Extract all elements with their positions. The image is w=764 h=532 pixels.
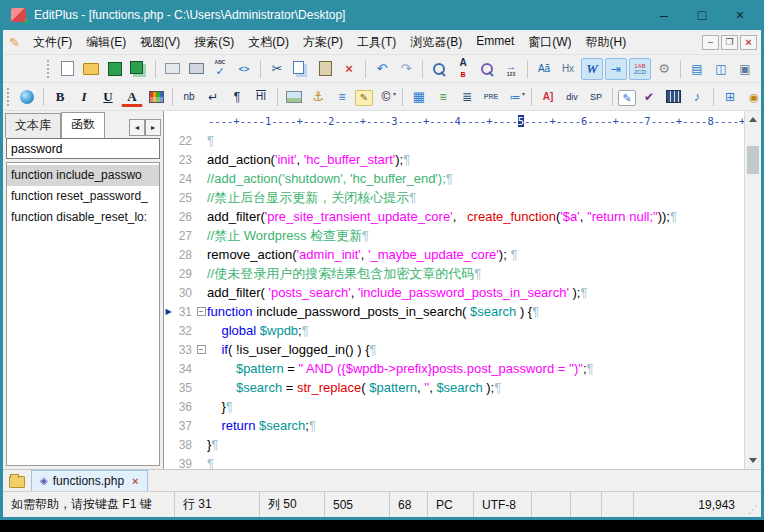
function-search-input[interactable] — [6, 138, 160, 159]
new-file-icon[interactable] — [56, 58, 78, 80]
underline-icon[interactable]: U — [97, 86, 119, 108]
find-in-files-icon[interactable] — [476, 58, 498, 80]
list-tag-icon[interactable]: ≔ — [504, 86, 526, 108]
code-lines[interactable]: 22¶23add_action('init', 'hc_buffer_start… — [164, 131, 744, 469]
mdi-close-button[interactable]: × — [740, 35, 757, 50]
menu-item-4[interactable]: 文档(D) — [241, 31, 296, 54]
pilcrow-mark: ¶ — [580, 285, 587, 300]
redo-icon[interactable]: ↷ — [395, 58, 417, 80]
menu-item-2[interactable]: 视图(V) — [133, 31, 187, 54]
menu-item-8[interactable]: Emmet — [469, 31, 521, 54]
copyright-icon[interactable]: © — [375, 86, 397, 108]
tab-scroll-right-button[interactable]: ▸ — [145, 119, 161, 136]
sidebar-tab-1[interactable]: 函数 — [61, 112, 105, 138]
line-break-icon[interactable]: ↵ — [202, 86, 224, 108]
save-icon[interactable] — [104, 58, 126, 80]
align-paragraph-icon[interactable]: ≡ — [432, 86, 454, 108]
indent-guide-icon[interactable]: ⇥ — [605, 58, 627, 80]
save-all-icon[interactable] — [128, 58, 150, 80]
radio-tag-icon[interactable]: ◉ — [743, 86, 764, 108]
seamless-browser-icon[interactable]: ▣ — [734, 58, 756, 80]
menu-item-7[interactable]: 浏览器(B) — [403, 31, 469, 54]
find-icon[interactable] — [428, 58, 450, 80]
window-maximize-button[interactable]: □ — [683, 2, 721, 28]
video-tag-icon[interactable] — [662, 86, 684, 108]
checkbox-tag-icon[interactable]: ✔ — [638, 86, 660, 108]
horizontal-rule-icon[interactable]: ≡ — [331, 86, 353, 108]
paste-icon[interactable] — [314, 58, 336, 80]
scroll-down-button[interactable] — [745, 452, 761, 469]
paragraph-icon[interactable]: ¶ — [226, 86, 248, 108]
color-palette-icon[interactable] — [145, 86, 167, 108]
replace-icon[interactable]: A — [452, 58, 474, 80]
menu-item-10[interactable]: 帮助(H) — [579, 31, 634, 54]
italic-icon[interactable]: I — [73, 86, 95, 108]
music-tag-icon[interactable]: ♪ — [686, 86, 708, 108]
print-icon[interactable] — [185, 58, 207, 80]
div-tag-icon[interactable]: div — [561, 86, 583, 108]
directory-window-icon[interactable] — [9, 476, 25, 488]
scrollbar-thumb[interactable] — [747, 146, 759, 174]
heading-icon[interactable]: HI — [250, 86, 272, 108]
tab-close-icon[interactable]: × — [129, 475, 138, 487]
font-tag-icon[interactable]: A] — [537, 86, 559, 108]
line-numbers-icon[interactable] — [629, 58, 651, 80]
resize-grip[interactable]: ⋰ — [743, 492, 761, 517]
function-list-item-2[interactable]: function disable_reset_lo: — [7, 207, 159, 228]
menu-item-1[interactable]: 编辑(E) — [79, 31, 133, 54]
table-icon[interactable]: ▦ — [408, 86, 430, 108]
toolbar-grip[interactable] — [47, 60, 51, 78]
delete-icon[interactable]: × — [338, 58, 360, 80]
span-tag-icon[interactable]: SP — [585, 86, 607, 108]
open-file-icon[interactable] — [80, 58, 102, 80]
mdi-restore-button[interactable]: ❐ — [721, 35, 738, 50]
center-text-icon[interactable]: ≣ — [456, 86, 478, 108]
format-source-icon[interactable]: <> — [233, 58, 255, 80]
fold-toggle-icon[interactable]: − — [197, 307, 206, 316]
fieldset-tag-icon[interactable]: ⊞ — [719, 86, 741, 108]
goto-line-icon[interactable]: → — [500, 58, 522, 80]
anchor-icon[interactable]: ⚓ — [307, 86, 329, 108]
view-in-browser-icon[interactable]: ↗ — [758, 58, 764, 80]
menu-item-3[interactable]: 搜索(S) — [187, 31, 241, 54]
window-list-icon[interactable]: ◫ — [710, 58, 732, 80]
toolbar-grip-2[interactable] — [7, 88, 11, 106]
function-list-item-1[interactable]: function reset_password_ — [7, 186, 159, 207]
print-preview-icon[interactable] — [161, 58, 183, 80]
nbsp-icon[interactable]: nb — [178, 86, 200, 108]
document-list-icon[interactable]: ▤ — [686, 58, 708, 80]
window-minimize-button[interactable]: – — [645, 2, 683, 28]
editor-area[interactable]: ----+----1----+----2----+----3----+----4… — [164, 111, 761, 469]
menu-item-6[interactable]: 工具(T) — [350, 31, 403, 54]
menu-item-0[interactable]: 文件(F) — [26, 31, 79, 54]
image-icon[interactable] — [283, 86, 305, 108]
undo-icon[interactable]: ↶ — [371, 58, 393, 80]
font-toggle-icon[interactable]: Aã — [533, 58, 555, 80]
font-color-icon[interactable]: A — [121, 89, 143, 107]
tab-scroll-left-button[interactable]: ◂ — [129, 119, 145, 136]
cut-icon[interactable]: ✂ — [266, 58, 288, 80]
comment-tag-icon[interactable]: ✎ — [355, 90, 373, 106]
menu-item-9[interactable]: 窗口(W) — [521, 31, 578, 54]
vertical-scrollbar[interactable] — [744, 111, 761, 469]
scroll-up-button[interactable] — [745, 111, 761, 128]
copy-icon[interactable] — [290, 58, 312, 80]
fold-toggle-icon[interactable]: − — [197, 345, 206, 354]
document-tab-label: functions.php — [53, 474, 124, 488]
bold-icon[interactable]: B — [49, 86, 71, 108]
function-list-item-0[interactable]: function include_passwo — [7, 165, 159, 186]
code-line-24: 24//add_action('shutdown', 'hc_buffer_en… — [164, 169, 744, 188]
mdi-minimize-button[interactable]: – — [702, 35, 719, 50]
scrollbar-track[interactable] — [745, 128, 761, 452]
word-wrap-icon[interactable]: W — [581, 58, 603, 80]
browser-icon[interactable] — [16, 86, 38, 108]
form-tag-icon[interactable]: ✎ — [618, 90, 636, 106]
pre-tag-icon[interactable]: PRE — [480, 86, 502, 108]
sidebar-tab-0[interactable]: 文本库 — [5, 113, 61, 138]
spell-check-icon[interactable]: ✓ — [209, 58, 231, 80]
menu-item-5[interactable]: 方案(P) — [296, 31, 350, 54]
preferences-icon[interactable]: ⚙ — [653, 58, 675, 80]
window-close-button[interactable]: × — [721, 2, 759, 28]
hex-view-icon[interactable]: Hx — [557, 58, 579, 80]
document-tab-functions[interactable]: ◈ functions.php × — [31, 470, 148, 491]
